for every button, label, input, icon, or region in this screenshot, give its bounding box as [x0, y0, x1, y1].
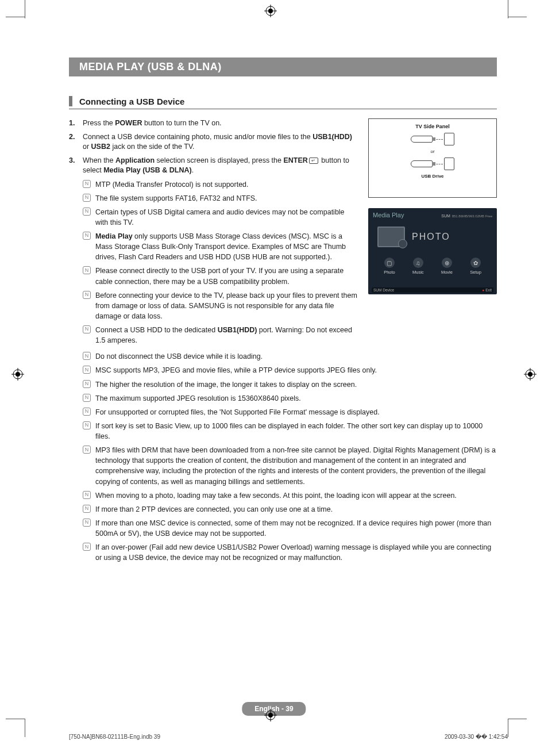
- diagram-label: TV Side Panel: [373, 124, 492, 129]
- note-item: NIf more than one MSC device is connecte…: [83, 518, 497, 539]
- text-column: 1. Press the POWER button to turn the TV…: [69, 118, 358, 349]
- text-bold: USB1(HDD): [312, 133, 352, 141]
- note-item: NCertain types of USB Digital camera and…: [83, 207, 358, 228]
- usb-port-icon: [444, 158, 454, 170]
- text: jack on the side of the TV.: [110, 143, 195, 151]
- side-column: TV Side Panel or USB Drive Media Play SU…: [368, 118, 497, 349]
- section-title: Connecting a USB Device: [79, 97, 184, 106]
- note-icon: N: [83, 505, 91, 513]
- text: selection screen is displayed, press the: [155, 156, 283, 164]
- note-text: Do not disconnect the USB device while i…: [95, 351, 497, 362]
- document-footer: [750-NA]BN68-02111B-Eng.indb 39 2009-03-…: [69, 734, 508, 740]
- text-bold: Application: [115, 156, 155, 164]
- text-bold: Media Play: [95, 232, 133, 240]
- gear-icon: ✿: [470, 258, 481, 268]
- screen-tab-setup: ✿Setup: [470, 258, 481, 275]
- diagram-or-label: or: [373, 149, 492, 154]
- note-item: NConnect a USB HDD to the dedicated USB1…: [83, 325, 358, 346]
- note-item: NBefore connecting your device to the TV…: [83, 290, 358, 321]
- screen-title: Media Play: [373, 212, 404, 218]
- note-text: Before connecting your device to the TV,…: [95, 290, 358, 321]
- note-text: The file system supports FAT16, FAT32 an…: [95, 193, 358, 204]
- step-1: 1. Press the POWER button to turn the TV…: [69, 118, 358, 129]
- screen-tab-music: ♫Music: [412, 258, 424, 275]
- note-text: For unsupported or corrupted files, the …: [95, 407, 497, 417]
- crop-mark: [6, 719, 25, 719]
- registration-mark-icon: [264, 709, 277, 722]
- note-text: If an over-power (Fail add new device US…: [95, 542, 497, 563]
- text: or: [83, 143, 91, 151]
- screen-tab-label: Music: [412, 270, 424, 275]
- note-text: The higher the resolution of the image, …: [95, 379, 497, 390]
- note-icon: N: [83, 180, 91, 188]
- note-icon: N: [83, 366, 91, 374]
- note-text: If more than one MSC device is connected…: [95, 518, 497, 539]
- crop-mark: [508, 0, 508, 18]
- diagram-drive-label: USB Drive: [373, 174, 492, 179]
- step-3: 3. When the Application selection screen…: [69, 156, 358, 176]
- movie-icon: ⊛: [442, 258, 452, 268]
- note-item: NMSC supports MP3, JPEG and movie files,…: [83, 365, 497, 375]
- section-mark-icon: [69, 96, 72, 106]
- text: Connect a USB device containing photo, m…: [83, 133, 312, 141]
- crop-mark: [508, 719, 508, 737]
- text-bold: Media Play (USB & DLNA): [103, 166, 192, 174]
- tv-panel-diagram: TV Side Panel or USB Drive: [368, 118, 497, 198]
- note-icon: N: [83, 325, 91, 333]
- note-item: NMTP (Media Transfer Protocol) is not su…: [83, 179, 358, 190]
- text: Press the: [83, 119, 115, 127]
- note-text: MTP (Media Transfer Protocol) is not sup…: [95, 179, 358, 190]
- note-item: NMedia Play only supports USB Mass Stora…: [83, 231, 358, 262]
- note-icon: N: [83, 421, 91, 429]
- section-header: Connecting a USB Device: [69, 96, 497, 109]
- note-text: Media Play only supports USB Mass Storag…: [95, 231, 358, 262]
- text-bold: ENTER: [283, 156, 307, 164]
- crop-mark: [25, 719, 25, 737]
- note-text: The maximum supported JPEG resolution is…: [95, 393, 497, 404]
- screen-tab-label: Setup: [470, 270, 481, 275]
- text: Connect a USB HDD to the dedicated: [95, 326, 218, 334]
- note-icon: N: [83, 543, 91, 551]
- note-item: NThe higher the resolution of the image,…: [83, 379, 497, 390]
- note-text: If sort key is set to Basic View, up to …: [95, 421, 497, 442]
- text-bold: USB2: [91, 143, 110, 151]
- full-width-notes: NDo not disconnect the USB device while …: [69, 351, 497, 563]
- text: When the: [83, 156, 115, 164]
- screen-tab-label: Movie: [441, 270, 453, 275]
- text-bold: POWER: [115, 119, 142, 127]
- note-item: NIf more than 2 PTP devices are connecte…: [83, 504, 497, 515]
- usb-plug-icon: [411, 136, 433, 143]
- note-icon: N: [83, 232, 91, 240]
- note-text: MP3 files with DRM that have been downlo…: [95, 445, 497, 487]
- step-2: 2. Connect a USB device containing photo…: [69, 132, 358, 152]
- note-item: NDo not disconnect the USB device while …: [83, 351, 497, 362]
- screen-tab-label: Photo: [384, 270, 395, 275]
- note-icon: N: [83, 266, 91, 274]
- registration-mark-icon: [11, 368, 24, 381]
- screen-tab-photo: ▢Photo: [384, 258, 395, 275]
- note-item: NWhen moving to a photo, loading may tak…: [83, 490, 497, 501]
- music-icon: ♫: [413, 258, 423, 268]
- title-bar: MEDIA PLAY (USB & DLNA): [69, 57, 497, 76]
- usb-plug-icon: [411, 160, 433, 167]
- note-item: NThe file system supports FAT16, FAT32 a…: [83, 193, 358, 204]
- screen-footer-right: Exit: [485, 288, 492, 292]
- page-content: MEDIA PLAY (USB & DLNA) Connecting a USB…: [69, 57, 497, 566]
- note-item: NIf sort key is set to Basic View, up to…: [83, 421, 497, 442]
- note-text: If more than 2 PTP devices are connected…: [95, 504, 497, 515]
- note-text: Connect a USB HDD to the dedicated USB1(…: [95, 325, 358, 346]
- crop-mark: [508, 719, 527, 719]
- note-item: NPlease connect directly to the USB port…: [83, 266, 358, 286]
- media-play-screenshot: Media Play SUM 851.86MB/993.02MB Free PH…: [368, 208, 497, 294]
- note-icon: N: [83, 352, 91, 360]
- note-icon: N: [83, 491, 91, 499]
- crop-mark: [25, 0, 25, 18]
- screen-footer-left: SUM Device: [373, 288, 394, 292]
- note-icon: N: [83, 380, 91, 388]
- note-item: NMP3 files with DRM that have been downl…: [83, 445, 497, 487]
- photo-icon: ▢: [384, 258, 395, 268]
- registration-mark-icon: [264, 5, 277, 17]
- text: button to turn the TV on.: [142, 119, 222, 127]
- crop-mark: [508, 17, 527, 17]
- photo-thumbnail-icon: [377, 227, 405, 247]
